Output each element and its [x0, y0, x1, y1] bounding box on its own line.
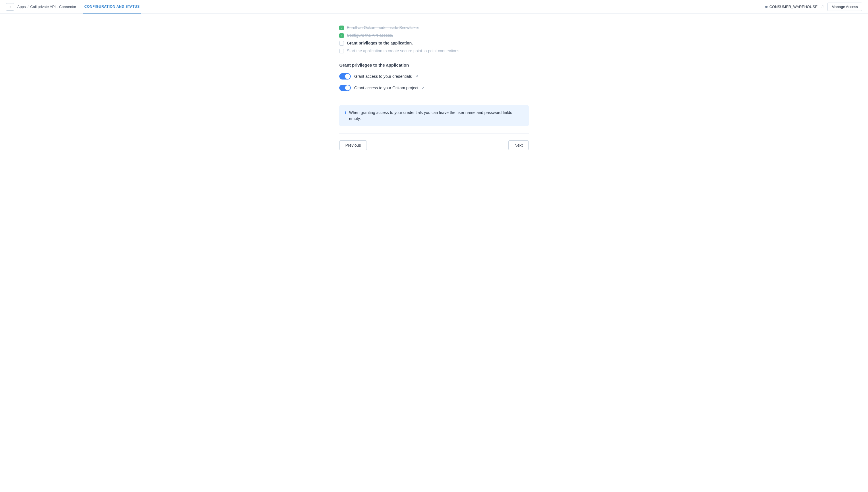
nav-tabs: CONFIGURATION AND STATUS — [83, 0, 141, 14]
list-item: ✓ Enroll an Ockam node inside Snowflake. — [339, 25, 529, 30]
divider-1 — [339, 98, 529, 98]
breadcrumb-separator: / — [28, 5, 29, 9]
step-label-4: Start the application to create secure p… — [347, 49, 461, 53]
step-checkbox-3 — [339, 41, 344, 46]
previous-button[interactable]: Previous — [339, 140, 367, 150]
next-button[interactable]: Next — [509, 140, 529, 150]
warehouse-badge: CONSUMER_WAREHOUSE — [765, 5, 817, 9]
step-label-2: Configure the API access. — [347, 33, 393, 38]
credentials-toggle[interactable] — [339, 73, 351, 79]
section-title: Grant privileges to the application — [339, 63, 529, 68]
toggle-row-ockam-project: Grant access to your Ockam project ↗ — [339, 85, 529, 91]
header-right: CONSUMER_WAREHOUSE ♡ Manage Access — [765, 3, 862, 11]
credentials-arrow-icon[interactable]: ↗ — [415, 74, 418, 78]
ockam-project-toggle[interactable] — [339, 85, 351, 91]
manage-access-button[interactable]: Manage Access — [827, 3, 862, 11]
info-icon: ℹ — [344, 110, 346, 115]
step-label-1: Enroll an Ockam node inside Snowflake. — [347, 25, 419, 30]
tab-configuration-status[interactable]: CONFIGURATION AND STATUS — [83, 0, 141, 14]
step-checkbox-2: ✓ — [339, 33, 344, 38]
warehouse-dot-icon — [765, 6, 768, 8]
info-box: ℹ When granting access to your credentia… — [339, 105, 529, 126]
footer-buttons: Previous Next — [339, 140, 529, 150]
steps-list: ✓ Enroll an Ockam node inside Snowflake.… — [339, 25, 529, 53]
step-checkbox-4 — [339, 49, 344, 53]
bookmark-icon[interactable]: ♡ — [820, 4, 824, 9]
list-item: ✓ Configure the API access. — [339, 33, 529, 38]
breadcrumb-apps[interactable]: Apps — [17, 5, 26, 9]
divider-2 — [339, 133, 529, 133]
ockam-project-arrow-icon[interactable]: ↗ — [422, 86, 424, 90]
info-text: When granting access to your credentials… — [349, 109, 524, 122]
toggle-row-credentials: Grant access to your credentials ↗ — [339, 73, 529, 79]
credentials-toggle-label: Grant access to your credentials — [354, 74, 412, 79]
step-checkbox-1: ✓ — [339, 26, 344, 30]
main-content: ✓ Enroll an Ockam node inside Snowflake.… — [333, 14, 535, 162]
warehouse-name: CONSUMER_WAREHOUSE — [769, 5, 817, 9]
step-label-3: Grant privileges to the application. — [347, 41, 413, 45]
list-item: Grant privileges to the application. — [339, 41, 529, 46]
list-item: Start the application to create secure p… — [339, 49, 529, 53]
ockam-project-toggle-label: Grant access to your Ockam project — [354, 85, 418, 90]
back-button[interactable]: ‹ — [6, 3, 14, 10]
breadcrumb-page: Call private API - Connector — [30, 5, 76, 9]
header: ‹ Apps / Call private API - Connector CO… — [0, 0, 868, 14]
